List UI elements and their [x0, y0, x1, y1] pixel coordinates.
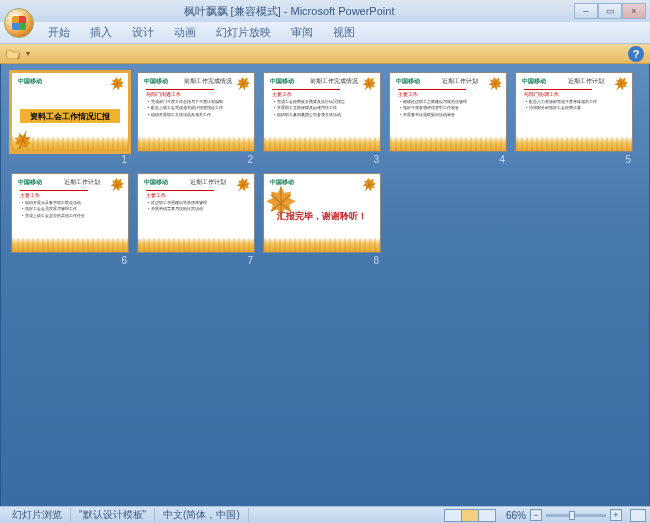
- logo-text: 中国移动: [270, 178, 294, 187]
- tab-insert[interactable]: 插入: [80, 25, 122, 40]
- slide-title: 资料工会工作情况汇报: [20, 109, 120, 123]
- bullet-list: 配合人力资源部完成年度考核相关工作协调财务部做好工会经费决算: [526, 99, 622, 112]
- slide-thumbnail-4[interactable]: 中国移动近期工作计划主要工作继续推进职工之家建设与规范化管理做好年底各项评优表彰…: [389, 72, 507, 152]
- view-sorter-button[interactable]: [461, 509, 479, 522]
- maximize-button[interactable]: ▭: [598, 3, 622, 19]
- view-normal-button[interactable]: [444, 509, 462, 522]
- slide-thumbnail-6[interactable]: 中国移动近期工作计划主要工作组织开展元旦春节职工联欢活动做好工会会员发展与管理工…: [11, 173, 129, 253]
- section-label: 主要工作: [272, 89, 340, 96]
- window-title: 枫叶飘飘 [兼容模式] - Microsoft PowerPoint: [4, 4, 574, 19]
- slide-heading: 近期工作计划: [42, 178, 122, 187]
- slide-number: 6: [11, 253, 129, 266]
- zoom-slider[interactable]: [546, 514, 606, 517]
- bullet-list: 继续推进职工之家建设与规范化管理做好年底各项评优表彰工作准备开展春节送温暖慰问活…: [400, 99, 496, 118]
- slide-heading: 近期工作计划: [420, 77, 500, 86]
- slide-thumbnail-8[interactable]: 中国移动汇报完毕，谢谢聆听！: [263, 173, 381, 253]
- tab-review[interactable]: 审阅: [281, 25, 323, 40]
- tab-slideshow[interactable]: 幻灯片放映: [206, 25, 281, 40]
- slide-sorter-view: 中国移动资料工会工作情况汇报1中国移动前期工作完成情况与部门沟通工作完成部门年度…: [0, 64, 650, 506]
- logo-text: 中国移动: [18, 77, 42, 86]
- logo-text: 中国移动: [144, 77, 168, 86]
- tab-design[interactable]: 设计: [122, 25, 164, 40]
- tab-home[interactable]: 开始: [38, 25, 80, 40]
- slide-number: 2: [137, 152, 255, 165]
- view-slideshow-button[interactable]: [478, 509, 496, 522]
- status-view: 幻灯片浏览: [4, 508, 71, 522]
- logo-text: 中国移动: [144, 178, 168, 187]
- slide-thumbnail-2[interactable]: 中国移动前期工作完成情况与部门沟通工作完成部门年度工作总结与下年度计划编制配合上…: [137, 72, 255, 152]
- section-label: 主要工作: [398, 89, 466, 96]
- slide-number: 8: [263, 253, 381, 266]
- bullet-list: 完成工会经费收支预算及执行情况报告开展职工互助保障及困难帮扶工作组织职工参加集团…: [274, 99, 370, 118]
- bullet-list: 完成部门年度工作总结与下年度计划编制配合上级工会完成相关统计报表报送工作组织开展…: [148, 99, 244, 118]
- bullet-list: 组织开展元旦春节职工联欢活动做好工会会员发展与管理工作完成上级工会交办的其他工作…: [22, 200, 118, 219]
- minimize-button[interactable]: –: [574, 3, 598, 19]
- slide-heading: 前期工作完成情况: [294, 77, 374, 86]
- tab-view[interactable]: 视图: [323, 25, 365, 40]
- zoom-in-button[interactable]: +: [610, 509, 622, 521]
- logo-text: 中国移动: [18, 178, 42, 187]
- slide-thumbnail-1[interactable]: 中国移动资料工会工作情况汇报: [11, 72, 129, 152]
- status-theme: "默认设计模板": [71, 508, 155, 522]
- close-button[interactable]: ×: [622, 3, 646, 19]
- qat-dropdown-icon[interactable]: ▾: [26, 49, 30, 58]
- slide-heading: 前期工作完成情况: [168, 77, 248, 86]
- zoom-value: 66%: [506, 510, 526, 521]
- slide-thumbnail-7[interactable]: 中国移动近期工作计划主要工作推进职工书屋建设完善借阅管理开展劳动竞赛与技能比武活…: [137, 173, 255, 253]
- office-button[interactable]: [4, 8, 34, 38]
- status-language: 中文(简体，中国): [155, 508, 249, 522]
- section-label: 与部门沟通工作: [146, 89, 214, 96]
- section-label: 与部门协调工作: [524, 89, 592, 96]
- zoom-out-button[interactable]: −: [530, 509, 542, 521]
- zoom-fit-button[interactable]: [630, 509, 646, 522]
- slide-number: 4: [389, 152, 507, 165]
- bullet-list: 推进职工书屋建设完善借阅管理开展劳动竞赛与技能比武活动: [148, 200, 244, 213]
- logo-text: 中国移动: [522, 77, 546, 86]
- open-folder-icon[interactable]: [6, 47, 20, 61]
- final-message: 汇报完毕，谢谢聆听！: [264, 210, 380, 223]
- slide-heading: 近期工作计划: [168, 178, 248, 187]
- logo-text: 中国移动: [270, 77, 294, 86]
- slide-number: 7: [137, 253, 255, 266]
- slide-number: 5: [515, 152, 633, 165]
- slide-thumbnail-3[interactable]: 中国移动前期工作完成情况主要工作完成工会经费收支预算及执行情况报告开展职工互助保…: [263, 72, 381, 152]
- slide-heading: 近期工作计划: [546, 77, 626, 86]
- slide-number: 3: [263, 152, 381, 165]
- slide-thumbnail-5[interactable]: 中国移动近期工作计划与部门协调工作配合人力资源部完成年度考核相关工作协调财务部做…: [515, 72, 633, 152]
- section-label: 主要工作: [146, 190, 214, 197]
- tab-animations[interactable]: 动画: [164, 25, 206, 40]
- help-button[interactable]: ?: [628, 46, 644, 62]
- logo-text: 中国移动: [396, 77, 420, 86]
- section-label: 主要工作: [20, 190, 88, 197]
- slide-number: 1: [11, 152, 129, 165]
